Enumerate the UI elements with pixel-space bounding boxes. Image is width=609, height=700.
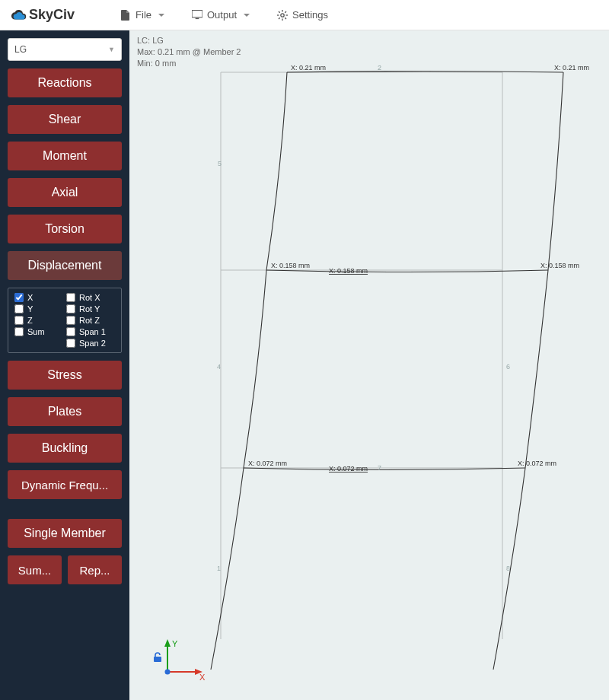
svg-text:X: 0.158 mm: X: 0.158 mm bbox=[329, 267, 368, 275]
svg-text:X: 0.21 mm: X: 0.21 mm bbox=[554, 64, 589, 72]
menu-file[interactable]: File bbox=[120, 9, 164, 21]
single-member-button[interactable]: Single Member bbox=[8, 519, 122, 548]
reactions-button[interactable]: Reactions bbox=[8, 68, 122, 97]
chevron-down-icon bbox=[244, 14, 250, 17]
topbar: SkyCiv File Output Settings bbox=[0, 0, 609, 30]
svg-text:6: 6 bbox=[506, 363, 510, 371]
option-rotx[interactable]: Rot X bbox=[66, 293, 115, 302]
brand-logo: SkyCiv bbox=[11, 7, 75, 24]
buckling-button[interactable]: Buckling bbox=[8, 434, 122, 463]
menu-settings[interactable]: Settings bbox=[277, 9, 328, 21]
svg-line-8 bbox=[285, 18, 286, 19]
option-roty[interactable]: Rot Y bbox=[66, 304, 115, 313]
svg-line-7 bbox=[279, 11, 280, 13]
plates-button[interactable]: Plates bbox=[8, 397, 122, 426]
svg-rect-0 bbox=[192, 10, 202, 17]
svg-text:X: 0.158 mm: X: 0.158 mm bbox=[540, 262, 579, 269]
svg-line-10 bbox=[285, 11, 286, 13]
svg-text:X: 0.158 mm: X: 0.158 mm bbox=[271, 262, 310, 269]
displacement-button[interactable]: Displacement bbox=[8, 251, 122, 280]
load-case-select[interactable]: LG ▼ bbox=[8, 38, 122, 61]
report-button[interactable]: Rep... bbox=[68, 555, 122, 584]
moment-button[interactable]: Moment bbox=[8, 142, 122, 170]
stress-button[interactable]: Stress bbox=[8, 361, 122, 390]
chevron-down-icon bbox=[158, 14, 164, 17]
option-x[interactable]: X bbox=[14, 293, 63, 302]
gear-icon bbox=[277, 10, 288, 21]
svg-text:8: 8 bbox=[506, 565, 510, 572]
chevron-down-icon: ▼ bbox=[108, 46, 115, 53]
svg-line-9 bbox=[279, 18, 280, 19]
monitor-icon bbox=[192, 10, 202, 21]
brand-text: SkyCiv bbox=[29, 7, 75, 23]
svg-marker-33 bbox=[164, 639, 171, 647]
svg-text:1: 1 bbox=[217, 565, 221, 572]
structural-model: X: 0.21 mm X: 0.21 mm X: 0.158 mm X: 0.1… bbox=[129, 30, 609, 700]
svg-text:X: 0.072 mm: X: 0.072 mm bbox=[248, 460, 287, 467]
option-span2[interactable]: Span 2 bbox=[66, 339, 115, 348]
svg-text:2: 2 bbox=[378, 64, 381, 72]
top-menu: File Output Settings bbox=[120, 9, 328, 21]
svg-rect-1 bbox=[196, 18, 199, 19]
svg-text:Y: Y bbox=[172, 639, 178, 648]
shear-button[interactable]: Shear bbox=[8, 105, 122, 134]
option-sum[interactable]: Sum bbox=[14, 327, 63, 336]
option-z[interactable]: Z bbox=[14, 316, 63, 325]
summary-button[interactable]: Sum... bbox=[8, 555, 62, 584]
svg-text:X: 0.072 mm: X: 0.072 mm bbox=[518, 460, 556, 467]
menu-output[interactable]: Output bbox=[192, 9, 250, 21]
svg-text:5: 5 bbox=[218, 160, 222, 167]
option-span1[interactable]: Span 1 bbox=[66, 327, 115, 336]
option-rotz[interactable]: Rot Z bbox=[66, 316, 115, 325]
svg-point-38 bbox=[165, 670, 171, 675]
torsion-button[interactable]: Torsion bbox=[8, 215, 122, 243]
svg-text:4: 4 bbox=[217, 363, 221, 371]
displacement-options: X Y Z Sum Rot X Rot Y Rot Z Span 1 Span … bbox=[8, 288, 122, 353]
sidebar: LG ▼ Reactions Shear Moment Axial Torsio… bbox=[0, 30, 129, 700]
model-canvas[interactable]: LC: LG Max: 0.21 mm @ Member 2 Min: 0 mm bbox=[129, 30, 609, 700]
axial-button[interactable]: Axial bbox=[8, 178, 122, 207]
option-y[interactable]: Y bbox=[14, 304, 63, 313]
svg-text:X: 0.21 mm: X: 0.21 mm bbox=[291, 64, 326, 72]
svg-text:7: 7 bbox=[378, 464, 381, 472]
svg-point-2 bbox=[281, 13, 284, 16]
axis-triad: Y X bbox=[154, 638, 207, 686]
cloud-icon bbox=[11, 7, 27, 24]
svg-text:X: X bbox=[199, 673, 206, 682]
svg-text:X: 0.072 mm: X: 0.072 mm bbox=[329, 465, 368, 473]
file-icon bbox=[120, 10, 131, 21]
dynamic-frequency-button[interactable]: Dynamic Frequ... bbox=[8, 470, 122, 499]
